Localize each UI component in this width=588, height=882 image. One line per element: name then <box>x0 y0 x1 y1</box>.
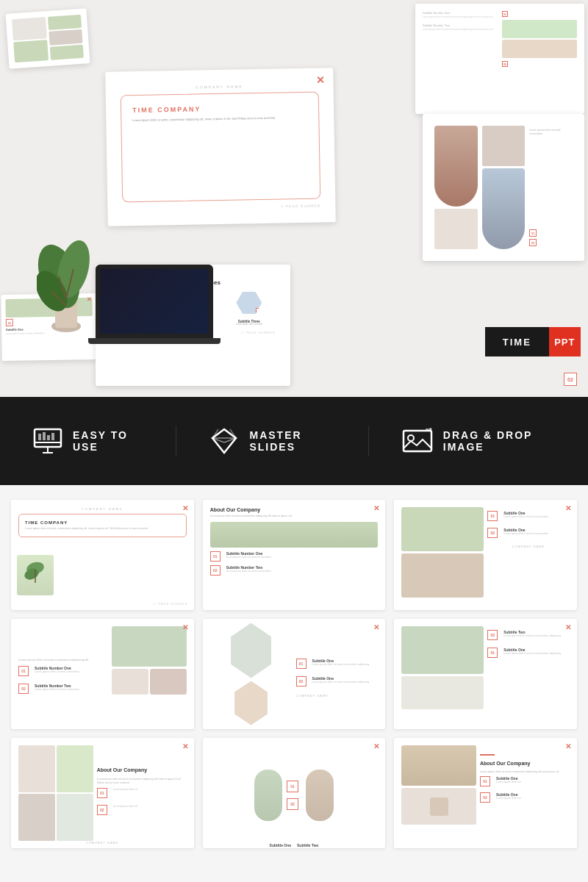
slide2-title: About Our Company <box>210 507 379 512</box>
laptop-decoration <box>88 265 235 353</box>
phone-shape-2 <box>306 770 334 821</box>
close-icon-3: ✕ <box>565 504 571 512</box>
grid-slide-8: ✕ 01 02 Subtitle One Lorem ipsum Subtitl… <box>203 738 386 848</box>
plant-img-1 <box>17 555 54 595</box>
image-icon <box>402 426 433 456</box>
close-icon: ✕ <box>315 74 324 86</box>
svg-rect-14 <box>43 432 46 440</box>
svg-rect-22 <box>404 431 431 451</box>
plant-img-3b <box>401 553 484 598</box>
page-number: // PAGE NUMBER <box>122 204 320 212</box>
feature-drag-drop: DRAG & DROP IMAGE <box>369 426 588 456</box>
slide-thumb-topright: Subtitle Number One Lorem ipsum dolor si… <box>415 4 584 114</box>
grid-slide-1: ✕ COMPANY NAME TIME COMPANY Lorem ipsum … <box>11 500 194 610</box>
badge-01-3: 01 <box>487 511 498 521</box>
svg-rect-15 <box>47 435 50 440</box>
slide-body: Lorem ipsum dolor sit amet, consectetur … <box>132 115 307 123</box>
slide2-row2: 02 Subtitle Number Two Lorem ipsum dolor… <box>210 565 379 576</box>
slide-thumb-topleft <box>6 8 90 68</box>
phone-shape-1 <box>254 770 282 821</box>
company-label-1: COMPANY NAME <box>18 507 187 511</box>
svg-rect-16 <box>51 433 54 440</box>
plant-img-3a <box>401 507 484 551</box>
company-label-3: COMPANY NAME <box>487 545 570 548</box>
features-bar: EASY TO USE MASTER SLIDES <box>0 397 588 485</box>
close-icon-2: ✕ <box>373 504 379 512</box>
diamond-icon <box>209 426 239 456</box>
grid-slide-7: ✕ About Our Company Lorem ipsum dolor si… <box>11 738 194 848</box>
feature-label-master: MASTER SLIDES <box>249 429 334 453</box>
plant-img-2 <box>210 522 379 548</box>
badge-02-3: 02 <box>487 528 498 538</box>
svg-marker-18 <box>212 429 236 442</box>
preview-collage: ✕ COMPANY NAME TIME COMPANY Lorem ipsum … <box>0 0 588 397</box>
slide1-body: Lorem ipsum dolor sit amet, consectetur … <box>25 527 180 531</box>
warm-img-9b <box>401 788 476 825</box>
company-label: COMPANY NAME <box>121 83 319 91</box>
grid-slides-section: ✕ COMPANY NAME TIME COMPANY Lorem ipsum … <box>0 485 588 863</box>
num-badge-02: 02 <box>564 373 577 386</box>
grid-slide-4: ✕ Lorem ipsum dolor sit amet consectetur… <box>11 619 194 729</box>
feature-label-drag: DRAG & DROP IMAGE <box>443 429 555 453</box>
slide3-row2: 02 Subtitle One Lorem ipsum dolor sit am… <box>487 528 570 538</box>
monitor-icon <box>33 426 62 456</box>
shape-img-6b <box>401 676 484 709</box>
close-icon-1: ✕ <box>182 504 188 512</box>
badge-01-2: 01 <box>210 551 220 562</box>
badge-02-2: 02 <box>210 565 220 576</box>
time-ppt-badge: TIME PPT <box>485 327 581 356</box>
slide2-body: Lorem ipsum dolor sit amet consectetur a… <box>210 514 379 518</box>
warm-img-9a <box>401 745 476 786</box>
slide-title: TIME COMPANY <box>132 104 307 114</box>
slide4-row2: 02 Subtitle Number Two Lorem ipsum dolor… <box>18 684 108 694</box>
slide1-title: TIME COMPANY <box>25 520 180 525</box>
plant-decoration <box>37 225 96 338</box>
ppt-label: PPT <box>549 327 581 356</box>
slide-thumb-bottomright: Lorem ipsum dolor sit amet consectetur 0… <box>423 114 584 261</box>
plant-img-4a <box>112 626 187 667</box>
shape-diamond-1 <box>231 623 271 678</box>
plant-img-6a <box>401 626 484 674</box>
slide-thumb-main: ✕ COMPANY NAME TIME COMPANY Lorem ipsum … <box>105 68 336 226</box>
time-label: TIME <box>485 327 549 356</box>
grid-slide-9: ✕ About Our Company Lorem ipsum dolor si… <box>394 738 577 848</box>
slide3-row1: 01 Subtitle One Lorem ipsum dolor sit am… <box>487 511 570 521</box>
grid-slide-6: ✕ 02 Subtitle Two Lorem ipsum dolor sit … <box>394 619 577 729</box>
feature-easy-to-use: EASY TO USE <box>0 426 176 456</box>
shape-diamond-2 <box>234 681 268 725</box>
slide2-row1: 01 Subtitle Number One Lorem ipsum dolor… <box>210 551 379 562</box>
feature-label-easy: EASY TO USE <box>73 429 143 453</box>
svg-rect-13 <box>38 434 41 440</box>
page-num-1: // PAGE NUMBER <box>154 602 188 606</box>
grid-slide-5: ✕ 01 Subtitle One Lorem ipsum dolor sit … <box>203 619 386 729</box>
slide4-row1: 01 Subtitle Number One Lorem ipsum dolor… <box>18 666 108 676</box>
feature-master-slides: MASTER SLIDES <box>176 426 368 456</box>
grid-slide-2: ✕ About Our Company Lorem ipsum dolor si… <box>203 500 386 610</box>
grid-slide-3: ✕ 01 Subtitle One Lorem ipsum dolor sit … <box>394 500 577 610</box>
